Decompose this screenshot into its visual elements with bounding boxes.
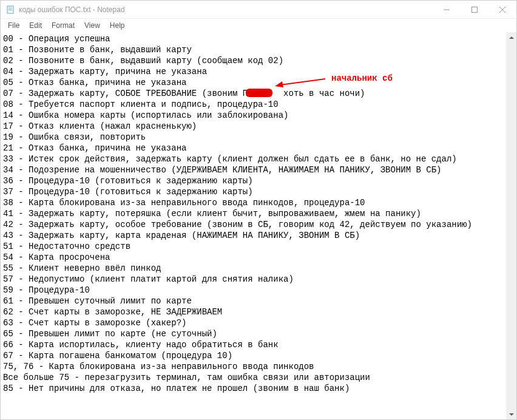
text-line: 75, 76 - Карта блокирована из-за неправи…	[3, 361, 504, 372]
content-area: 00 - Операция успешна01 - Позвоните в ба…	[1, 32, 516, 419]
text-line: 19 - Ошибка связи, повторить	[3, 132, 504, 143]
text-line: 34 - Подозрение на мошенничество (УДЕРЖИ…	[3, 164, 504, 175]
text-line: 02 - Позвоните в банк, выдавший карту (с…	[3, 55, 504, 66]
menu-format[interactable]: Format	[47, 20, 79, 31]
text-line: 04 - Задержать карту, причина не указана	[3, 66, 504, 77]
scroll-up-arrow-icon[interactable]	[506, 32, 516, 42]
window-title: коды ошибок ПОС.txt - Notepad	[19, 5, 433, 14]
menubar: File Edit Format View Help	[1, 19, 516, 32]
text-line: 51 - Недостаточно средств	[3, 241, 504, 252]
text-line: 65 - Превышен лимит по карте (не суточны…	[3, 328, 504, 339]
text-line: 54 - Карта просрочена	[3, 252, 504, 263]
text-line: 62 - Счет карты в заморозке, НЕ ЗАДЕРЖИВ…	[3, 307, 504, 317]
text-line: 00 - Операция успешна	[3, 33, 504, 44]
text-line: 63 - Счет карты в заморозке (хакер?)	[3, 317, 504, 328]
text-line: 14 - Ошибка номера карты (испортилась ил…	[3, 110, 504, 121]
scroll-track[interactable]	[506, 42, 516, 409]
close-button[interactable]	[488, 1, 516, 18]
window-controls	[433, 1, 516, 18]
text-line: 59 - Процедура-10	[3, 285, 504, 296]
text-line: 43 - Задержать карту, карта краденая (НА…	[3, 230, 504, 241]
text-line: 01 - Позвоните в банк, выдавший карту	[3, 44, 504, 55]
text-area[interactable]: 00 - Операция успешна01 - Позвоните в ба…	[1, 32, 506, 419]
text-line: 67 - Карта погашена банкоматом (процедур…	[3, 350, 504, 361]
notepad-window: коды ошибок ПОС.txt - Notepad File Edit …	[0, 0, 517, 420]
svg-rect-0	[7, 6, 13, 13]
text-line: 05 - Отказ банка, причина не указана	[3, 77, 504, 88]
svg-rect-5	[472, 7, 478, 12]
text-line: 85 - Нет причины для отказа, но платеж н…	[3, 383, 504, 394]
maximize-button[interactable]	[461, 1, 488, 18]
text-line: 37 - Процедура-10 (готовиться к задержан…	[3, 186, 504, 197]
text-line: 07 - Задержать карту, СОБОЕ ТРЕБОВАНИЕ (…	[3, 88, 504, 99]
titlebar[interactable]: коды ошибок ПОС.txt - Notepad	[1, 1, 516, 19]
app-icon	[5, 5, 15, 15]
text-line: 36 - Процедура-10 (готовиться к задержан…	[3, 175, 504, 186]
text-line: 33 - Истек срок действия, задержать карт…	[3, 154, 504, 164]
vertical-scrollbar[interactable]	[506, 32, 516, 419]
text-line: 41 - Задержать карту, потеряшка (если кл…	[3, 208, 504, 219]
text-line: 38 - Карта блокирована из-за неправильно…	[3, 197, 504, 208]
menu-edit[interactable]: Edit	[24, 20, 47, 31]
svg-marker-11	[509, 413, 514, 416]
menu-help[interactable]: Help	[105, 20, 130, 31]
text-line: 42 - Задержать карту, особое требование …	[3, 219, 504, 230]
menu-file[interactable]: File	[3, 20, 24, 31]
minimize-button[interactable]	[433, 1, 461, 18]
text-line: 66 - Карта испортилась, клиенту надо обр…	[3, 339, 504, 350]
text-line: 61 - Превышен суточный лимит по карте	[3, 296, 504, 307]
menu-view[interactable]: View	[79, 20, 105, 31]
text-line: 17 - Отказ клиента (нажал красненькую)	[3, 121, 504, 132]
text-line: Все больше 75 - перезагрузить терминал, …	[3, 372, 504, 383]
text-line: 08 - Требуется паспорт клиента и подпись…	[3, 99, 504, 110]
text-line: 21 - Отказ банка, причина не указана	[3, 143, 504, 154]
text-line: 55 - Клиент неверно ввёл пинкод	[3, 263, 504, 274]
svg-marker-10	[509, 36, 514, 39]
text-line: 57 - Недопустимо (клиент платит картой д…	[3, 274, 504, 285]
scroll-down-arrow-icon[interactable]	[506, 409, 516, 419]
